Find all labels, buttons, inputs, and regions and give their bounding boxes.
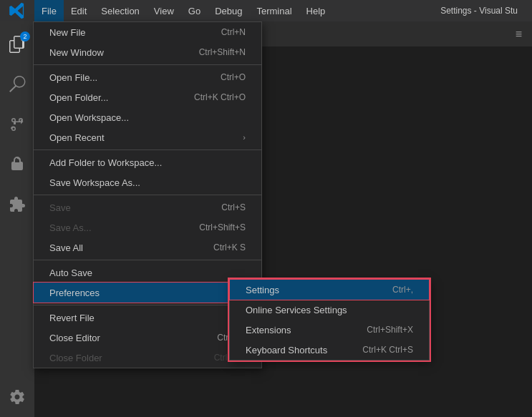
menu-save-workspace[interactable]: Save Workspace As... — [34, 172, 261, 192]
menu-view[interactable]: View — [147, 0, 181, 21]
menu-open-file-shortcut: Ctrl+O — [221, 72, 246, 82]
menu-save-all[interactable]: Save All Ctrl+K S — [34, 237, 261, 257]
menu-add-folder-label: Add Folder to Workspace... — [49, 157, 162, 168]
app-logo — [0, 2, 34, 19]
submenu-keyboard-shortcuts[interactable]: Keyboard Shortcuts Ctrl+K Ctrl+S — [230, 340, 429, 360]
menu-new-window[interactable]: New Window Ctrl+Shift+N — [34, 42, 261, 62]
submenu-online-services-label: Online Services Settings — [246, 305, 347, 315]
menu-open-folder-label: Open Folder... — [49, 92, 108, 103]
separator-2 — [34, 149, 261, 150]
menu-save-workspace-label: Save Workspace As... — [49, 177, 140, 188]
submenu-settings[interactable]: Settings Ctrl+, — [230, 280, 429, 300]
menu-new-window-label: New Window — [49, 47, 104, 58]
menu-debug[interactable]: Debug — [208, 0, 249, 21]
submenu-keyboard-shortcuts-shortcut: Ctrl+K Ctrl+S — [362, 345, 413, 355]
submenu-online-services[interactable]: Online Services Settings — [230, 300, 429, 320]
tab-overflow-button[interactable]: ≡ — [511, 28, 526, 41]
menu-new-file-shortcut: Ctrl+N — [221, 27, 246, 37]
open-recent-arrow: › — [243, 133, 246, 142]
menu-go[interactable]: Go — [181, 0, 208, 21]
submenu-extensions-shortcut: Ctrl+Shift+X — [367, 325, 413, 335]
submenu-settings-shortcut: Ctrl+, — [392, 285, 413, 295]
menu-save-as-label: Save As... — [49, 222, 92, 233]
source-control-icon[interactable] — [0, 107, 34, 142]
separator-4 — [34, 260, 261, 260]
settings-gear-icon[interactable] — [0, 383, 34, 417]
submenu-extensions[interactable]: Extensions Ctrl+Shift+X — [230, 320, 429, 340]
activity-bar: 2 — [0, 21, 34, 417]
menu-open-file[interactable]: Open File... Ctrl+O — [34, 67, 261, 87]
menu-open-recent[interactable]: Open Recent › — [34, 127, 261, 147]
menu-preferences[interactable]: Preferences › — [34, 283, 261, 303]
separator-1 — [34, 64, 261, 65]
preferences-submenu: Settings Ctrl+, Online Services Settings… — [229, 279, 430, 360]
menu-open-recent-label: Open Recent — [49, 132, 105, 143]
menu-new-file[interactable]: New File Ctrl+N — [34, 22, 261, 42]
menu-file[interactable]: File — [34, 0, 64, 21]
menu-open-folder-shortcut: Ctrl+K Ctrl+O — [194, 92, 246, 102]
menu-open-folder[interactable]: Open Folder... Ctrl+K Ctrl+O — [34, 87, 261, 107]
menu-close-editor-label: Close Editor — [49, 333, 100, 343]
activity-badge: 2 — [20, 31, 30, 41]
titlebar: File Edit Selection View Go Debug Termin… — [0, 0, 532, 21]
menu-save-all-shortcut: Ctrl+K S — [213, 242, 246, 252]
menu-bar: File Edit Selection View Go Debug Termin… — [34, 0, 332, 21]
menu-new-file-label: New File — [49, 27, 86, 38]
menu-terminal[interactable]: Terminal — [249, 0, 299, 21]
menu-auto-save[interactable]: Auto Save — [34, 263, 261, 283]
menu-open-workspace[interactable]: Open Workspace... — [34, 107, 261, 127]
separator-5 — [34, 305, 261, 305]
explorer-icon[interactable]: 2 — [0, 27, 34, 62]
menu-save: Save Ctrl+S — [34, 197, 261, 217]
file-dropdown-menu: New File Ctrl+N New Window Ctrl+Shift+N … — [33, 21, 262, 368]
menu-save-all-label: Save All — [49, 242, 83, 253]
menu-close-editor[interactable]: Close Editor Ctrl+F4 — [34, 328, 261, 348]
window-title: Settings - Visual Stu — [440, 6, 518, 16]
menu-open-workspace-label: Open Workspace... — [49, 112, 129, 123]
menu-close-folder-label: Close Folder — [49, 353, 102, 363]
submenu-extensions-label: Extensions — [246, 325, 291, 335]
menu-help[interactable]: Help — [299, 0, 333, 21]
submenu-settings-label: Settings — [246, 285, 279, 295]
menu-revert-file-label: Revert File — [49, 313, 95, 323]
debug-icon[interactable] — [0, 147, 34, 182]
menu-save-label: Save — [49, 202, 71, 213]
menu-new-window-shortcut: Ctrl+Shift+N — [199, 47, 246, 57]
menu-edit[interactable]: Edit — [64, 0, 94, 21]
menu-save-shortcut: Ctrl+S — [221, 202, 246, 212]
menu-open-file-label: Open File... — [49, 72, 97, 83]
submenu-keyboard-shortcuts-label: Keyboard Shortcuts — [246, 345, 327, 355]
menu-revert-file[interactable]: Revert File — [34, 308, 261, 328]
menu-add-folder[interactable]: Add Folder to Workspace... — [34, 152, 261, 172]
menu-preferences-label: Preferences — [49, 288, 100, 298]
separator-3 — [34, 195, 261, 195]
menu-save-as: Save As... Ctrl+Shift+S — [34, 217, 261, 237]
menu-auto-save-label: Auto Save — [49, 268, 92, 278]
extensions-icon[interactable] — [0, 187, 34, 222]
search-icon[interactable] — [0, 67, 34, 102]
menu-save-as-shortcut: Ctrl+Shift+S — [199, 222, 246, 232]
menu-selection[interactable]: Selection — [94, 0, 146, 21]
menu-close-folder: Close Folder Ctrl+K F — [34, 348, 261, 368]
